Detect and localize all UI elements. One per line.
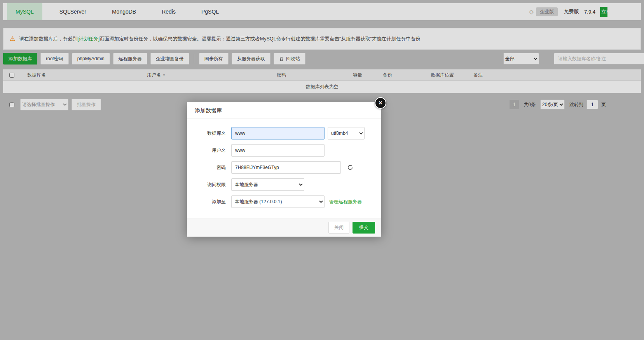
username-row: 用户名 [195,144,373,157]
db-name-row: 数据库名 utf8mb4 [195,127,373,139]
charset-select[interactable]: utf8mb4 [328,127,365,139]
username-input[interactable] [231,144,325,157]
target-server-select[interactable]: 本地服务器 (127.0.0.1) [231,195,325,208]
target-label: 添加至 [195,199,226,205]
username-label: 用户名 [195,147,226,154]
close-icon: × [379,100,382,106]
modal-close-button[interactable]: × [375,97,386,109]
password-label: 密码 [195,164,226,171]
manage-remote-link[interactable]: 管理远程服务器 [329,199,362,205]
refresh-password-icon[interactable] [347,164,353,171]
db-name-input[interactable] [231,127,325,139]
add-database-modal: 添加数据库 × 数据库名 utf8mb4 用户名 密码 [187,102,381,237]
target-row: 添加至 本地服务器 (127.0.0.1) 管理远程服务器 [195,195,373,208]
access-row: 访问权限 本地服务器 [195,178,373,191]
modal-footer: 关闭 提交 [187,218,381,237]
modal-title: 添加数据库 [187,102,381,119]
password-row: 密码 [195,161,373,174]
modal-body: 数据库名 utf8mb4 用户名 密码 访问权限 本地服务器 [187,119,381,218]
db-name-label: 数据库名 [195,130,226,137]
access-select[interactable]: 本地服务器 [231,178,304,191]
modal-cancel-button[interactable]: 关闭 [328,222,349,234]
password-input[interactable] [231,161,341,174]
modal-submit-button[interactable]: 提交 [353,222,375,234]
access-label: 访问权限 [195,181,226,188]
